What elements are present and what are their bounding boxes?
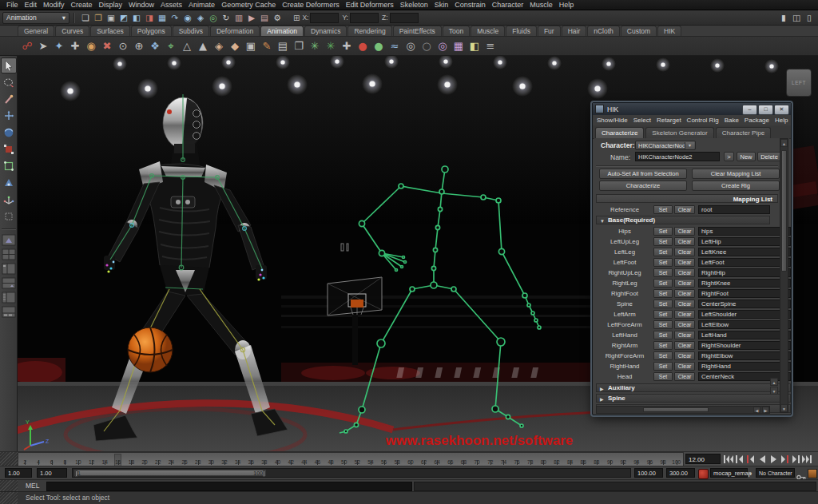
- set-key-icon[interactable]: ●: [355, 38, 371, 54]
- new-scene-icon[interactable]: ❏: [79, 12, 92, 24]
- set-button[interactable]: Set: [653, 331, 673, 339]
- step-back-key-button[interactable]: [734, 453, 745, 465]
- rotate-tool[interactable]: [1, 125, 17, 141]
- step-forward-frame-button[interactable]: [779, 453, 790, 465]
- playback-start-field[interactable]: 1.00: [5, 468, 32, 478]
- menu-item[interactable]: Create: [68, 1, 96, 9]
- play-backwards-button[interactable]: [756, 453, 768, 465]
- paint-select-tool[interactable]: [1, 91, 17, 107]
- clear-button[interactable]: Clear: [674, 300, 695, 308]
- select-object-mode-icon[interactable]: ◧: [130, 12, 143, 24]
- mapping-value-field[interactable]: CenterSpine: [698, 300, 791, 308]
- universal-manipulator-tool[interactable]: [1, 158, 17, 174]
- constraint-icon[interactable]: ≡: [482, 38, 498, 54]
- menu-item[interactable]: Display: [96, 1, 126, 9]
- frame-tick[interactable]: 46: [311, 453, 324, 466]
- set-button[interactable]: Set: [653, 310, 673, 319]
- menu-item[interactable]: Edit: [22, 1, 41, 9]
- delete-character-button[interactable]: Delete: [757, 152, 781, 161]
- shelf-tab[interactable]: Dynamics: [304, 26, 347, 36]
- menu-item[interactable]: Skin: [431, 1, 452, 9]
- shelf-tab[interactable]: Deformation: [210, 26, 260, 36]
- shelf-tab[interactable]: Fur: [538, 26, 561, 36]
- frame-tick[interactable]: 20: [138, 453, 152, 466]
- frame-tick[interactable]: 66: [444, 453, 458, 466]
- set-button[interactable]: Set: [653, 205, 673, 214]
- step-back-frame-button[interactable]: [745, 453, 756, 465]
- frame-tick[interactable]: 80: [537, 453, 550, 466]
- insert-joint-tool-icon[interactable]: ✚: [67, 38, 83, 54]
- frame-tick[interactable]: 70: [471, 453, 484, 466]
- menu-item[interactable]: Create Deformers: [279, 1, 343, 9]
- frame-tick[interactable]: 98: [657, 453, 670, 466]
- construction-history-icon[interactable]: ↻: [220, 12, 232, 24]
- layout-two-pane-stacked-button[interactable]: [1, 276, 17, 290]
- current-time-field[interactable]: 12.00: [685, 454, 721, 464]
- set-button[interactable]: Set: [653, 268, 673, 277]
- reroot-skeleton-icon[interactable]: ◉: [83, 38, 99, 54]
- unghost-selected-icon[interactable]: ○: [419, 38, 435, 54]
- clear-button[interactable]: Clear: [674, 331, 695, 339]
- make-live-icon[interactable]: ◎: [207, 12, 220, 24]
- mapping-value-field[interactable]: LeftFoot: [698, 258, 791, 267]
- layout-outliner-persp-button[interactable]: [1, 291, 17, 304]
- horizontal-scrollbar[interactable]: ◀ ▶: [596, 406, 770, 414]
- inner-scroll-up-arrow[interactable]: ▲: [770, 378, 778, 386]
- orient-joint-icon[interactable]: ⌖: [163, 38, 179, 54]
- ghost-selected-icon[interactable]: ◎: [403, 38, 419, 54]
- frame-tick[interactable]: 58: [391, 453, 404, 466]
- frame-tick[interactable]: 78: [523, 453, 537, 466]
- animation-end-field[interactable]: 300.00: [666, 468, 695, 478]
- shelf-tab[interactable]: Hair: [562, 26, 587, 36]
- frame-tick[interactable]: 10: [72, 453, 85, 466]
- frame-tick[interactable]: 6: [45, 453, 58, 466]
- scroll-right-arrow[interactable]: ▶: [762, 407, 769, 413]
- create-cluster-icon[interactable]: ◎: [435, 38, 451, 54]
- coordinate-input[interactable]: [310, 13, 339, 23]
- open-render-view-icon[interactable]: ▥: [232, 12, 245, 24]
- menu-item[interactable]: Character: [489, 1, 527, 9]
- set-button[interactable]: Set: [653, 300, 673, 308]
- frame-tick[interactable]: 2: [18, 453, 32, 466]
- set-button[interactable]: Set: [653, 289, 673, 298]
- snap-to-curves-icon[interactable]: ↷: [169, 12, 181, 24]
- render-settings-icon[interactable]: ⚙: [271, 12, 284, 24]
- vertical-scroll-thumb[interactable]: [781, 150, 787, 272]
- scroll-left-arrow[interactable]: ◀: [753, 407, 760, 413]
- render-current-frame-icon[interactable]: ▶: [245, 12, 258, 24]
- hik-menu-item[interactable]: Package: [745, 117, 769, 124]
- mirror-skin-weights-icon[interactable]: ▤: [275, 38, 291, 54]
- expand-name-button[interactable]: >: [724, 152, 734, 161]
- mapping-value-field[interactable]: LeftHand: [698, 331, 791, 339]
- base-required-section[interactable]: ▼ Base(Required): [596, 216, 770, 224]
- frame-tick[interactable]: 74: [497, 453, 510, 466]
- blend-shape-icon[interactable]: ◧: [467, 38, 482, 54]
- go-to-start-button[interactable]: [723, 453, 734, 465]
- frame-tick[interactable]: 26: [178, 453, 192, 466]
- view-label-plate[interactable]: LEFT: [786, 69, 812, 97]
- frame-tick[interactable]: 42: [284, 453, 298, 466]
- set-breakdown-icon[interactable]: ●: [371, 38, 387, 54]
- menu-set-selector[interactable]: Animation ▾: [2, 12, 69, 24]
- hik-title-bar[interactable]: HIK – □ ✕: [593, 103, 791, 115]
- mapping-value-field[interactable]: root: [698, 205, 770, 214]
- minimize-button[interactable]: –: [742, 105, 757, 115]
- shelf-tab[interactable]: Toon: [443, 26, 470, 36]
- clear-button[interactable]: Clear: [674, 320, 695, 329]
- show-manipulator-tool[interactable]: [1, 192, 17, 208]
- menu-item[interactable]: File: [3, 1, 22, 9]
- hik-character-icon[interactable]: ✳: [307, 38, 323, 54]
- layout-single-pane-button[interactable]: [1, 233, 17, 247]
- menu-item[interactable]: Assets: [157, 1, 185, 9]
- save-scene-icon[interactable]: ▣: [105, 12, 117, 24]
- mapping-value-field[interactable]: LeftElbow: [698, 320, 791, 329]
- hik-tab[interactable]: Characterize: [595, 127, 644, 138]
- collapsed-section[interactable]: ▶ Auxiliary: [596, 383, 791, 392]
- set-button[interactable]: Set: [653, 248, 673, 256]
- animation-start-field[interactable]: 1.00: [37, 468, 67, 478]
- motion-trail-icon[interactable]: ≈: [387, 38, 403, 54]
- mapping-value-field[interactable]: RightHip: [698, 268, 791, 277]
- scale-tool[interactable]: [1, 141, 17, 157]
- collapsed-section[interactable]: ▶ Spine: [596, 394, 791, 403]
- mapping-value-field[interactable]: RightHand: [698, 362, 791, 371]
